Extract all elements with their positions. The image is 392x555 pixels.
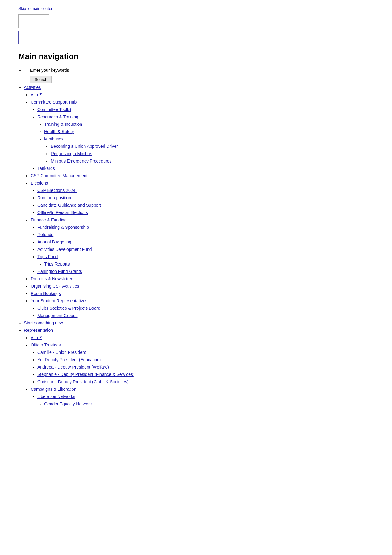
page-title: Main navigation [18, 52, 374, 61]
list-item: Becoming a Union Approved Driver [51, 143, 374, 150]
christian-link[interactable]: Christian - Deputy President (Clubs & So… [37, 379, 129, 384]
officer-trustees-link[interactable]: Officer Trustees [31, 343, 61, 347]
campaigns-liberation-link[interactable]: Campaigns & Liberation [31, 387, 76, 392]
logo-bottom [18, 31, 49, 44]
trips-reports-link[interactable]: Trips Reports [44, 262, 70, 266]
list-item: Drop-ins & Newsletters [31, 276, 374, 282]
list-item: Offline/In Person Elections [37, 209, 374, 216]
andreea-link[interactable]: Andreea - Deputy President (Welfare) [37, 365, 109, 369]
list-item: CSP Committee Management [31, 173, 374, 179]
finance-funding-link[interactable]: Finance & Funding [31, 217, 67, 222]
list-item: Management Groups [37, 312, 374, 319]
list-item: Officer Trustees Camille - Union Preside… [31, 342, 374, 385]
list-item: Health & Safety [44, 128, 374, 135]
activities-link[interactable]: Activities [24, 85, 41, 90]
list-item: Run for a position [37, 195, 374, 201]
health-safety-link[interactable]: Health & Safety [44, 129, 74, 134]
nav-item-start-something-new: Start something new [24, 320, 374, 326]
list-item: Elections CSP Elections 2024! Run for a … [31, 180, 374, 216]
nav-item-activities: Activities A to Z Committee Support Hub … [24, 84, 374, 319]
representation-link[interactable]: Representation [24, 328, 53, 333]
list-item: Minibuses Becoming a Union Approved Driv… [44, 136, 374, 164]
list-item: Gender Equality Network [44, 401, 374, 407]
list-item: Liberation Networks Gender Equality Netw… [37, 393, 374, 407]
list-item: Clubs Societies & Projects Board [37, 305, 374, 312]
list-item: Finance & Funding Fundraising & Sponsors… [31, 217, 374, 275]
candidate-guidance-link[interactable]: Candidate Guidance and Support [37, 203, 101, 208]
rep-a-to-z-link[interactable]: A to Z [31, 335, 42, 340]
trips-fund-link[interactable]: Trips Fund [37, 254, 58, 259]
search-button[interactable]: Search [30, 76, 52, 83]
list-item: Committee Toolkit [37, 106, 374, 113]
csp-committee-management-link[interactable]: CSP Committee Management [31, 173, 88, 178]
clubs-societies-board-link[interactable]: Clubs Societies & Projects Board [37, 306, 100, 311]
activities-development-fund-link[interactable]: Activities Development Fund [37, 247, 92, 252]
list-item: Harlington Fund Grants [37, 268, 374, 275]
student-representatives-link[interactable]: Your Student Representatives [31, 298, 88, 303]
minibus-emergency-link[interactable]: Minibus Emergency Procedures [51, 159, 111, 163]
list-item: A to Z [31, 335, 374, 341]
list-item: Committee Support Hub Committee Toolkit … [31, 99, 374, 172]
csp-elections-link[interactable]: CSP Elections 2024! [37, 188, 77, 193]
management-groups-link[interactable]: Management Groups [37, 313, 78, 318]
requesting-minibus-link[interactable]: Requesting a Minibus [51, 151, 92, 156]
logo-top [18, 14, 49, 28]
list-item: Yi - Deputy President (Education) [37, 357, 374, 363]
room-bookings-link[interactable]: Room Bookings [31, 291, 61, 296]
yi-link[interactable]: Yi - Deputy President (Education) [37, 357, 101, 362]
committee-toolkit-link[interactable]: Committee Toolkit [37, 107, 71, 112]
list-item: Your Student Representatives Clubs Socie… [31, 298, 374, 319]
committee-support-hub-link[interactable]: Committee Support Hub [31, 100, 77, 105]
list-item: Annual Budgeting [37, 239, 374, 245]
list-item: Camille - Union President [37, 349, 374, 356]
skip-link[interactable]: Skip to main content [18, 6, 374, 11]
list-item: CSP Elections 2024! [37, 187, 374, 194]
list-item: Fundraising & Sponsorship [37, 224, 374, 231]
list-item: Requesting a Minibus [51, 151, 374, 157]
harlington-fund-link[interactable]: Harlington Fund Grants [37, 269, 82, 274]
training-induction-link[interactable]: Training & Induction [44, 122, 82, 127]
list-item: Stephanie - Deputy President (Finance & … [37, 371, 374, 378]
search-input[interactable] [72, 67, 111, 74]
list-item: Refunds [37, 232, 374, 238]
list-item: Campaigns & Liberation Liberation Networ… [31, 386, 374, 407]
list-item: Organising CSP Activities [31, 283, 374, 289]
list-item: Room Bookings [31, 290, 374, 297]
dropins-newsletters-link[interactable]: Drop-ins & Newsletters [31, 276, 74, 281]
search-item: Enter your keywords Search [24, 67, 374, 83]
offline-elections-link[interactable]: Offline/In Person Elections [37, 210, 88, 215]
fundraising-link[interactable]: Fundraising & Sponsorship [37, 225, 89, 230]
list-item: Resources & Training Training & Inductio… [37, 114, 374, 164]
annual-budgeting-link[interactable]: Annual Budgeting [37, 239, 71, 244]
a-to-z-link[interactable]: A to Z [31, 92, 42, 97]
minibuses-link[interactable]: Minibuses [44, 136, 63, 141]
main-navigation: Enter your keywords Search Activities A … [18, 67, 374, 407]
list-item: Tankards [37, 165, 374, 172]
union-approved-driver-link[interactable]: Becoming a Union Approved Driver [51, 144, 118, 149]
refunds-link[interactable]: Refunds [37, 232, 53, 237]
elections-link[interactable]: Elections [31, 181, 48, 186]
list-item: Candidate Guidance and Support [37, 202, 374, 209]
list-item: Christian - Deputy President (Clubs & So… [37, 379, 374, 385]
list-item: Activities Development Fund [37, 246, 374, 253]
organising-csp-link[interactable]: Organising CSP Activities [31, 284, 79, 289]
camille-link[interactable]: Camille - Union President [37, 350, 86, 355]
start-something-new-link[interactable]: Start something new [24, 320, 63, 325]
search-label: Enter your keywords [30, 67, 69, 74]
list-item: Training & Induction [44, 121, 374, 128]
gender-equality-network-link[interactable]: Gender Equality Network [44, 401, 92, 406]
list-item: Trips Reports [44, 261, 374, 267]
list-item: Minibus Emergency Procedures [51, 158, 374, 164]
liberation-networks-link[interactable]: Liberation Networks [37, 394, 75, 399]
list-item: Trips Fund Trips Reports [37, 254, 374, 267]
tankards-link[interactable]: Tankards [37, 166, 55, 171]
run-for-position-link[interactable]: Run for a position [37, 195, 71, 200]
resources-training-link[interactable]: Resources & Training [37, 114, 78, 119]
list-item: Andreea - Deputy President (Welfare) [37, 364, 374, 370]
nav-item-representation: Representation A to Z Officer Trustees C… [24, 327, 374, 407]
list-item: A to Z [31, 92, 374, 98]
stephanie-link[interactable]: Stephanie - Deputy President (Finance & … [37, 372, 134, 377]
